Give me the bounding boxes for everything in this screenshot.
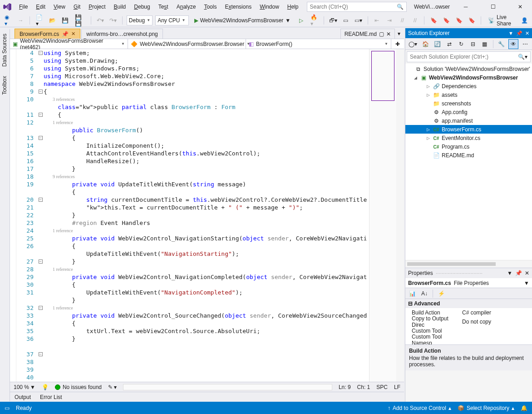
editor-hscrollbar[interactable] [123, 384, 332, 390]
menu-test[interactable]: Test [155, 2, 172, 12]
keep-open-icon[interactable]: ▢ [379, 31, 384, 37]
tree-item[interactable]: ⚙App.config [405, 108, 532, 116]
tree-project-node[interactable]: ◢▣WebView2WindowsFormsBrowser [405, 73, 532, 82]
start-nodebug-button[interactable]: ▷ [296, 15, 306, 25]
props-events-button[interactable]: ⚡ [436, 289, 447, 299]
rail-toolbox[interactable]: Toolbox [0, 71, 9, 99]
pin-icon[interactable]: 📌 [516, 30, 522, 36]
menu-analyze[interactable]: Analyze [173, 2, 200, 12]
pin-icon[interactable]: 📌 [62, 31, 69, 37]
solution-explorer-search-input[interactable] [410, 54, 518, 60]
select-repository-button[interactable]: 📦 Select Repository ▴ [458, 405, 514, 411]
nav-member-combo[interactable]: ◧BrowserForm()▼ [246, 39, 391, 49]
pen-icon[interactable]: ✎ ▾ [108, 384, 117, 390]
code-editor[interactable]: 45678910 1112 13141516171819 20212223242… [10, 49, 404, 382]
breakpoint-gutter[interactable] [10, 49, 16, 382]
sxp-back-button[interactable]: ◯▾ [407, 39, 419, 49]
outdent-button[interactable]: ⇥ [384, 15, 394, 25]
lightbulb-icon[interactable]: 💡 [42, 384, 49, 390]
solution-tree-hscrollbar[interactable] [405, 260, 532, 268]
error-health[interactable]: No issues found [55, 384, 102, 390]
open-file-button[interactable]: 📂 [48, 15, 58, 25]
sxp-properties-button[interactable]: 🔧 [497, 39, 507, 49]
uncomment-button[interactable]: // [410, 15, 420, 25]
tab-output[interactable]: Output [10, 393, 35, 402]
properties-category[interactable]: ⊟ Advanced [405, 299, 532, 308]
tree-item[interactable]: C#Program.cs [405, 142, 532, 151]
tree-item[interactable]: ⚙app.manifest [405, 116, 532, 125]
comment-button[interactable]: // [397, 15, 407, 25]
tree-solution-node[interactable]: ⧉Solution 'WebView2WindowsFormsBrowser' [405, 65, 532, 73]
new-project-button[interactable]: 📄▾ [34, 15, 45, 25]
properties-grid[interactable]: ⊟ Advanced Build ActionC# compilerCopy t… [405, 299, 532, 344]
menu-edit[interactable]: Edit [32, 2, 49, 12]
platform-combo[interactable]: Any CPU▼ [155, 15, 189, 25]
property-row[interactable]: Custom Tool Namesp [405, 335, 532, 344]
split-editor-button[interactable]: ✚ [391, 39, 404, 49]
sxp-more-button[interactable]: ⋯ [520, 39, 530, 49]
close-icon[interactable]: ✕ [386, 31, 391, 37]
menu-build[interactable]: Build [110, 2, 130, 12]
menu-git[interactable]: Git [70, 2, 84, 12]
indent-mode[interactable]: SPC [376, 384, 388, 390]
props-alpha-button[interactable]: A↓ [419, 289, 429, 299]
solution-explorer-search[interactable]: 🔍▾ [407, 51, 531, 62]
solution-explorer-title[interactable]: Solution Explorer ▼📌✕ [405, 28, 532, 38]
tab-error-list[interactable]: Error List [35, 393, 67, 402]
add-to-source-control-button[interactable]: ↑ Add to Source Control ▴ [388, 405, 451, 411]
menu-extensions[interactable]: Extensions [221, 2, 255, 12]
menu-tools[interactable]: Tools [200, 2, 220, 12]
tree-item[interactable]: ▷📁assets [405, 90, 532, 99]
tree-item[interactable]: ▷🔗Dependencies [405, 82, 532, 90]
menu-debug[interactable]: Debug [130, 2, 153, 12]
menu-file[interactable]: FFileile [15, 2, 31, 12]
browse-button[interactable]: 🗗▾ [328, 15, 338, 25]
sxp-sync-button[interactable]: 🔄 [433, 39, 443, 49]
feedback-button[interactable]: 👤 [519, 15, 529, 25]
minimap[interactable] [369, 49, 396, 382]
back-button[interactable]: ◉ ▾ [3, 15, 13, 25]
window-close-button[interactable]: ✕ [511, 0, 529, 14]
window-maximize-button[interactable]: ☐ [484, 0, 502, 14]
sxp-showall-button[interactable]: ▦ [480, 39, 490, 49]
dropdown-icon[interactable]: ▼ [508, 30, 513, 36]
editor-vscrollbar[interactable] [396, 49, 404, 382]
save-all-button[interactable]: 💾💾 [73, 15, 87, 25]
doc-tab-preview[interactable]: README.md▢✕ [340, 29, 395, 39]
status-window-icon[interactable]: ▭ [5, 405, 10, 411]
dropdown-icon[interactable]: ▼ [507, 270, 512, 276]
menu-help[interactable]: Help [284, 2, 302, 12]
bookmark-prev-button[interactable]: 🔖 [441, 15, 451, 25]
toggle-button-2[interactable]: ▭▾ [354, 15, 364, 25]
sxp-home-button[interactable]: 🏠 [421, 39, 431, 49]
config-combo[interactable]: Debug▼ [127, 15, 153, 25]
save-button[interactable]: 💾 [60, 15, 70, 25]
close-icon[interactable]: ✕ [525, 30, 529, 36]
line-endings[interactable]: LF [394, 384, 400, 390]
title-search[interactable]: 🔍 [307, 2, 407, 12]
close-icon[interactable]: ✕ [71, 31, 75, 37]
menu-window[interactable]: Window [256, 2, 283, 12]
bookmark-next-button[interactable]: 🔖 [454, 15, 464, 25]
redo-button[interactable]: ↷▾ [108, 15, 118, 25]
property-row[interactable]: Copy to Output DirecDo not copy [405, 317, 532, 326]
forward-button[interactable]: → [15, 15, 25, 25]
outline-gutter[interactable]: − − − − − − − − [37, 49, 44, 382]
bookmark-button[interactable]: 🔖 [429, 15, 438, 25]
undo-button[interactable]: ↶▾ [95, 15, 105, 25]
sxp-refresh-button[interactable]: ↻ [456, 39, 466, 49]
nav-scope-combo[interactable]: ▣WebView2WindowsFormsBrowser (net462)▼ [10, 39, 128, 49]
menu-project[interactable]: Project [85, 2, 109, 12]
zoom-combo[interactable]: 100 % ▼ [14, 384, 35, 390]
window-minimize-button[interactable]: ─ [457, 0, 475, 14]
sxp-switch-button[interactable]: ⇄ [444, 39, 454, 49]
indent-button[interactable]: ⇤ [372, 15, 382, 25]
tree-item[interactable]: 📄README.md [405, 151, 532, 160]
nav-class-combo[interactable]: 🔶WebView2WindowsFormsBrowser.Browser▼ [128, 39, 246, 49]
live-share-button[interactable]: 📡 Live Share [485, 15, 517, 25]
code-body[interactable]: using System;using System.Drawing;using … [44, 49, 369, 382]
hot-reload-button[interactable]: 🔥▾ [309, 15, 320, 25]
rail-data-sources[interactable]: Data Sources [0, 29, 9, 71]
tree-item[interactable]: 📁screenshots [405, 99, 532, 108]
notifications-icon[interactable]: 🔔 [521, 405, 527, 411]
